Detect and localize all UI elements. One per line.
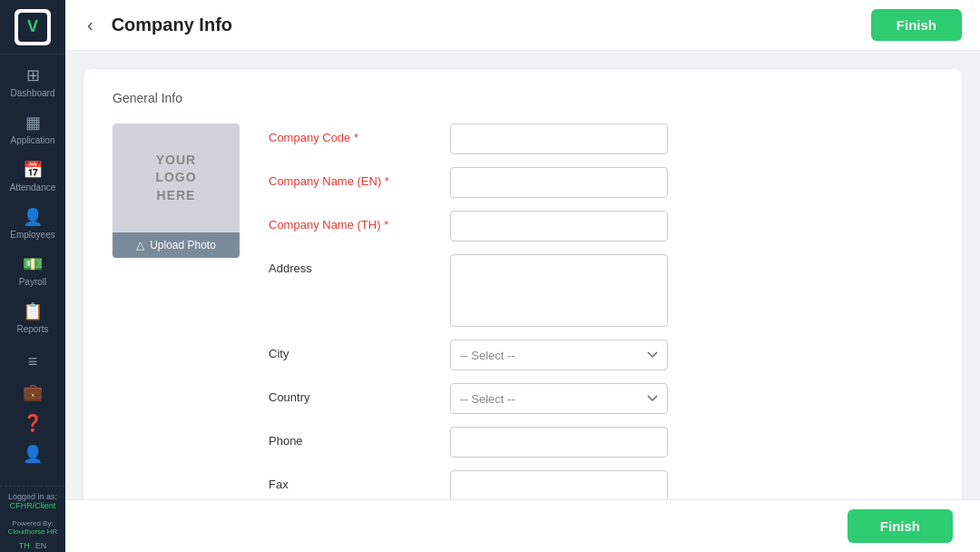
form-fields: Company Code * Company Name (EN) * Compa…: [269, 123, 933, 499]
form-row-country: Country -- Select --: [269, 383, 933, 414]
section-title: General Info: [113, 91, 933, 105]
content-area: General Info YOURLOGOHERE △ Upload Photo…: [65, 51, 980, 499]
sidebar-label-application: Application: [11, 135, 55, 145]
lang-en[interactable]: EN: [35, 541, 47, 550]
form-row-company-name-en: Company Name (EN) *: [269, 167, 933, 198]
reports-icon: 📋: [23, 301, 43, 321]
page-title: Company Info: [112, 15, 871, 35]
logged-in-section: Logged in as: CFHR/Client: [0, 486, 65, 516]
input-company-name-th[interactable]: [450, 211, 668, 242]
form-body: YOURLOGOHERE △ Upload Photo Company Code…: [113, 123, 933, 499]
sidebar-logo: V: [0, 0, 65, 54]
list-icon[interactable]: ≡: [24, 349, 42, 375]
dashboard-icon: ⊞: [26, 65, 40, 85]
application-icon: ▦: [25, 113, 41, 133]
lang-th[interactable]: TH: [19, 541, 30, 550]
attendance-icon: 📅: [23, 160, 43, 180]
form-row-city: City -- Select --: [269, 340, 933, 370]
bottom-bar: Finish: [65, 499, 980, 552]
logged-in-label: Logged in as:: [4, 492, 62, 501]
form-row-address: Address: [269, 254, 933, 327]
sidebar: V ⊞ Dashboard ▦ Application 📅 Attendance…: [0, 0, 65, 552]
lang-row: TH EN: [19, 539, 47, 552]
sidebar-label-employees: Employees: [10, 230, 54, 240]
input-company-code[interactable]: [450, 123, 668, 154]
input-company-name-en[interactable]: [450, 167, 668, 198]
label-address: Address: [269, 254, 450, 275]
logo-placeholder-text: YOURLOGOHERE: [155, 152, 196, 205]
sidebar-nav: ⊞ Dashboard ▦ Application 📅 Attendance 👤…: [0, 58, 65, 486]
help-icon[interactable]: ❓: [19, 409, 46, 437]
input-fax[interactable]: [450, 470, 668, 499]
finish-button-bottom[interactable]: Finish: [848, 509, 953, 543]
upload-photo-button[interactable]: △ Upload Photo: [113, 232, 240, 258]
form-row-company-name-th: Company Name (TH) *: [269, 211, 933, 242]
label-company-name-th: Company Name (TH) *: [269, 211, 450, 232]
form-row-phone: Phone: [269, 427, 933, 458]
powered-label: Powered By:: [12, 519, 53, 527]
logo-box: V: [15, 9, 51, 45]
sidebar-label-dashboard: Dashboard: [11, 88, 55, 98]
top-header: ‹ Company Info Finish: [65, 0, 980, 51]
sidebar-label-attendance: Attendance: [10, 182, 56, 192]
label-phone: Phone: [269, 427, 450, 448]
label-company-name-en: Company Name (EN) *: [269, 167, 450, 188]
sidebar-label-payroll: Payroll: [19, 277, 47, 287]
upload-photo-label: Upload Photo: [150, 239, 216, 251]
logo-placeholder: YOURLOGOHERE: [113, 123, 240, 232]
finish-button-top[interactable]: Finish: [871, 9, 962, 41]
employees-icon: 👤: [23, 207, 43, 227]
payroll-icon: 💵: [23, 254, 43, 274]
form-row-company-code: Company Code *: [269, 123, 933, 154]
powered-by: Powered By: Cloudhorse HR: [5, 516, 62, 539]
select-country[interactable]: -- Select --: [450, 383, 668, 414]
sidebar-item-payroll[interactable]: 💵 Payroll: [0, 247, 65, 294]
select-city[interactable]: -- Select --: [450, 340, 668, 370]
label-city: City: [269, 340, 450, 360]
sidebar-item-dashboard[interactable]: ⊞ Dashboard: [0, 58, 65, 105]
user-profile-icon[interactable]: 👤: [19, 440, 46, 468]
form-row-fax: Fax: [269, 470, 933, 499]
label-country: Country: [269, 383, 450, 404]
input-address[interactable]: [450, 254, 668, 327]
sidebar-item-application[interactable]: ▦ Application: [0, 105, 65, 153]
sidebar-item-reports[interactable]: 📋 Reports: [0, 294, 65, 341]
input-phone[interactable]: [450, 427, 668, 458]
logo-inner: V: [18, 13, 47, 42]
back-button[interactable]: ‹: [83, 11, 97, 39]
logo-upload-area: YOURLOGOHERE △ Upload Photo: [113, 123, 240, 499]
main: ‹ Company Info Finish General Info YOURL…: [65, 0, 980, 552]
logged-in-user: CFHR/Client: [4, 501, 62, 510]
label-company-code: Company Code *: [269, 123, 450, 144]
sidebar-item-employees[interactable]: 👤 Employees: [0, 200, 65, 247]
briefcase-icon[interactable]: 💼: [19, 379, 46, 406]
form-card: General Info YOURLOGOHERE △ Upload Photo…: [83, 69, 962, 499]
sidebar-label-reports: Reports: [16, 324, 48, 334]
sidebar-item-attendance[interactable]: 📅 Attendance: [0, 153, 65, 200]
label-fax: Fax: [269, 470, 450, 491]
powered-name: Cloudhorse HR: [8, 527, 58, 536]
upload-icon: △: [136, 239, 144, 251]
logo-letter: V: [27, 17, 38, 36]
sidebar-extra-icons: ≡ 💼 ❓ 👤: [19, 341, 46, 475]
